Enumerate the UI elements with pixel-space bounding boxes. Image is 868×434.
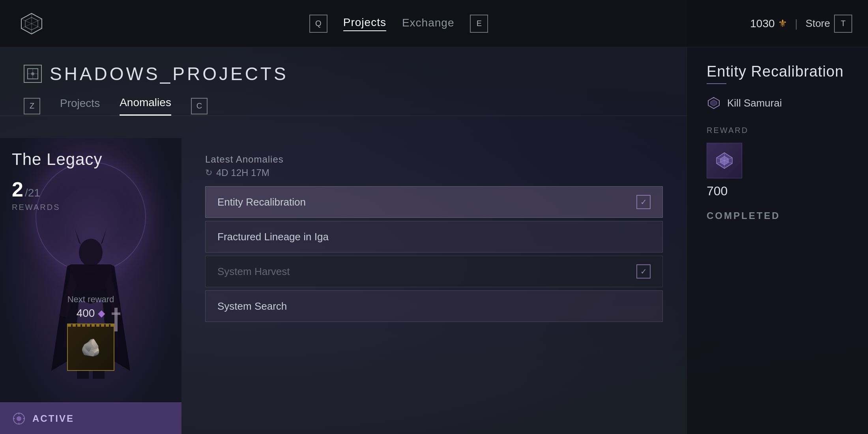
e-key-button[interactable]: E [470,15,488,33]
right-sidebar: Entity Recalibration Kill Samurai REWARD… [687,0,868,434]
progress-current: 2 [12,178,23,201]
svg-point-19 [17,416,21,421]
z-key-button[interactable]: Z [24,98,40,114]
reward-box: 🪨 [67,324,114,371]
section-icon [24,65,42,83]
refresh-icon: ↻ [205,168,212,178]
anomaly-item-3[interactable]: System Harvest ✓ [205,256,663,287]
top-nav: Q Projects Exchange E 1030 ⚜ | Store T [0,0,868,47]
currency-icon: ⚜ [778,17,787,30]
rewards-label: REWARDS [12,203,60,212]
objective-item: Kill Samurai [707,96,848,110]
left-panel: The Legacy 2 /21 REWARDS [0,138,181,434]
anomaly-item-2[interactable]: Fractured Lineage in Iga [205,221,663,253]
reward-section-label: REWARD [707,126,848,135]
reward-item-box [707,143,742,178]
currency-display: 1030 ⚜ [750,17,787,30]
progress-total: /21 [25,187,40,199]
main-content: SHADOWS_PROJECTS Z Projects Anomalies C … [0,47,687,434]
refresh-info: ↻ 4D 12H 17M [205,167,663,178]
center-panel: Latest Anomalies ↻ 4D 12H 17M Entity Rec… [181,138,687,434]
section-header: SHADOWS_PROJECTS [0,47,687,92]
anomalies-title: Latest Anomalies [205,154,663,165]
next-reward: Next reward 400 ◆ 🪨 [67,294,114,371]
store-label: Store [806,17,830,30]
anomalies-header: Latest Anomalies ↻ 4D 12H 17M [205,154,663,178]
reward-currency-icon: ◆ [98,308,105,319]
currency-amount: 1030 [750,17,774,30]
sidebar-title: Entity Recalibration [707,63,848,80]
tab-projects[interactable]: Projects [60,97,100,115]
anomaly-name-2: Fractured Lineage in Iga [217,231,329,243]
reward-count: 700 [707,184,848,198]
svg-point-13 [79,239,103,266]
anomaly-item-4[interactable]: System Search [205,290,663,322]
objective-icon [707,96,721,110]
store-button[interactable]: Store T [806,15,852,33]
nav-exchange[interactable]: Exchange [402,17,455,31]
anomaly-item-1[interactable]: Entity Recalibration ✓ [205,186,663,218]
anomaly-name-3: System Harvest [217,266,290,278]
anomaly-check-1: ✓ [636,195,651,209]
progress-display: 2 /21 [12,178,60,201]
svg-point-12 [31,72,34,75]
logo [16,8,47,39]
active-badge: ACTIVE [0,402,181,434]
svg-rect-14 [114,308,118,331]
c-key-button[interactable]: C [191,98,208,114]
completed-badge: COMPLETED [707,210,848,221]
nav-center: Q Projects Exchange E [47,15,750,33]
next-reward-label: Next reward [67,294,114,305]
nav-projects[interactable]: Projects [343,16,386,31]
tab-anomalies[interactable]: Anomalies [120,96,171,116]
active-label: ACTIVE [32,413,74,424]
anomaly-name-1: Entity Recalibration [217,196,306,208]
anomaly-check-3: ✓ [636,264,651,279]
legacy-title: The Legacy [12,150,102,169]
progress-info: 2 /21 REWARDS [12,178,60,212]
nav-right: 1030 ⚜ | Store T [750,15,852,33]
t-key-button[interactable]: T [834,15,852,33]
anomaly-list: Entity Recalibration ✓ Fractured Lineage… [205,186,663,322]
refresh-time: 4D 12H 17M [216,167,269,178]
anomaly-name-4: System Search [217,300,287,312]
svg-marker-6 [711,100,717,106]
sidebar-underline [707,83,726,84]
objective-text: Kill Samurai [727,97,782,109]
section-title: SHADOWS_PROJECTS [50,63,288,84]
nav-divider: | [795,17,798,30]
next-reward-amount: 400 ◆ [67,307,114,320]
q-key-button[interactable]: Q [309,15,327,33]
reward-item-icon: 🪨 [80,338,101,357]
tabs: Z Projects Anomalies C [0,92,687,116]
